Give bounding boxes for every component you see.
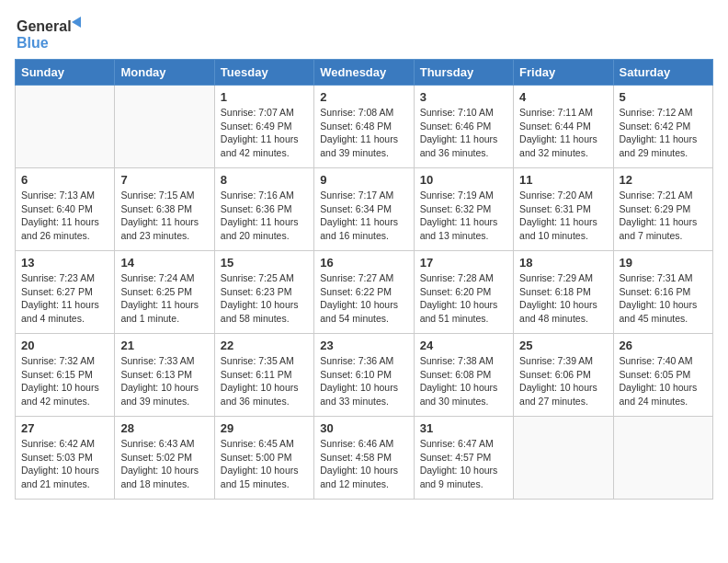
day-detail: Sunrise: 7:40 AM Sunset: 6:05 PM Dayligh… xyxy=(620,354,707,408)
day-detail: Sunrise: 6:45 AM Sunset: 5:00 PM Dayligh… xyxy=(221,437,308,491)
week-row-3: 13Sunrise: 7:23 AM Sunset: 6:27 PM Dayli… xyxy=(16,251,713,334)
day-number: 23 xyxy=(320,339,407,352)
calendar-cell: 17Sunrise: 7:28 AM Sunset: 6:20 PM Dayli… xyxy=(414,251,513,334)
header-sunday: Sunday xyxy=(16,60,115,86)
svg-text:Blue: Blue xyxy=(17,35,49,51)
day-number: 8 xyxy=(221,173,308,187)
day-number: 11 xyxy=(519,173,607,187)
calendar-cell: 18Sunrise: 7:29 AM Sunset: 6:18 PM Dayli… xyxy=(514,251,613,334)
calendar-cell: 19Sunrise: 7:31 AM Sunset: 6:16 PM Dayli… xyxy=(613,251,712,334)
day-number: 22 xyxy=(221,339,308,352)
day-detail: Sunrise: 7:25 AM Sunset: 6:23 PM Dayligh… xyxy=(221,271,308,326)
calendar-cell: 25Sunrise: 7:39 AM Sunset: 6:06 PM Dayli… xyxy=(514,334,613,417)
day-number: 19 xyxy=(620,256,707,270)
logo: GeneralBlue xyxy=(15,15,88,52)
calendar-cell xyxy=(514,417,613,500)
day-number: 17 xyxy=(420,256,507,270)
day-number: 24 xyxy=(420,339,507,352)
day-detail: Sunrise: 7:24 AM Sunset: 6:25 PM Dayligh… xyxy=(120,271,208,326)
day-detail: Sunrise: 7:23 AM Sunset: 6:27 PM Dayligh… xyxy=(21,271,108,326)
day-detail: Sunrise: 7:35 AM Sunset: 6:11 PM Dayligh… xyxy=(221,354,308,408)
day-number: 26 xyxy=(620,339,707,352)
day-number: 20 xyxy=(21,339,108,352)
day-detail: Sunrise: 7:07 AM Sunset: 6:49 PM Dayligh… xyxy=(221,106,308,160)
day-detail: Sunrise: 7:20 AM Sunset: 6:31 PM Dayligh… xyxy=(519,189,607,243)
day-number: 5 xyxy=(620,90,707,104)
calendar-cell: 30Sunrise: 6:46 AM Sunset: 4:58 PM Dayli… xyxy=(314,417,414,500)
day-detail: Sunrise: 7:39 AM Sunset: 6:06 PM Dayligh… xyxy=(519,354,607,408)
day-detail: Sunrise: 7:33 AM Sunset: 6:13 PM Dayligh… xyxy=(120,354,208,408)
day-number: 9 xyxy=(320,173,407,187)
day-detail: Sunrise: 7:10 AM Sunset: 6:46 PM Dayligh… xyxy=(420,106,507,160)
calendar-cell: 29Sunrise: 6:45 AM Sunset: 5:00 PM Dayli… xyxy=(214,417,313,500)
calendar-cell: 10Sunrise: 7:19 AM Sunset: 6:32 PM Dayli… xyxy=(414,168,513,251)
day-number: 30 xyxy=(320,421,407,435)
week-row-4: 20Sunrise: 7:32 AM Sunset: 6:15 PM Dayli… xyxy=(16,334,713,417)
logo-icon: GeneralBlue xyxy=(15,15,88,52)
header-friday: Friday xyxy=(514,60,613,86)
calendar-cell: 31Sunrise: 6:47 AM Sunset: 4:57 PM Dayli… xyxy=(414,417,513,500)
calendar-cell: 20Sunrise: 7:32 AM Sunset: 6:15 PM Dayli… xyxy=(16,334,115,417)
calendar-cell: 14Sunrise: 7:24 AM Sunset: 6:25 PM Dayli… xyxy=(115,251,214,334)
calendar-cell: 8Sunrise: 7:16 AM Sunset: 6:36 PM Daylig… xyxy=(214,168,313,251)
header-wednesday: Wednesday xyxy=(314,60,414,86)
day-detail: Sunrise: 7:32 AM Sunset: 6:15 PM Dayligh… xyxy=(21,354,108,408)
day-number: 29 xyxy=(221,421,308,435)
header-monday: Monday xyxy=(115,60,214,86)
day-number: 7 xyxy=(120,173,208,187)
page-header: GeneralBlue xyxy=(15,15,713,52)
day-number: 14 xyxy=(120,256,208,270)
day-detail: Sunrise: 7:13 AM Sunset: 6:40 PM Dayligh… xyxy=(21,189,108,243)
calendar-cell: 7Sunrise: 7:15 AM Sunset: 6:38 PM Daylig… xyxy=(115,168,214,251)
week-row-2: 6Sunrise: 7:13 AM Sunset: 6:40 PM Daylig… xyxy=(16,168,713,251)
day-detail: Sunrise: 7:29 AM Sunset: 6:18 PM Dayligh… xyxy=(519,271,607,326)
calendar-cell: 5Sunrise: 7:12 AM Sunset: 6:42 PM Daylig… xyxy=(613,86,712,168)
day-number: 28 xyxy=(120,421,208,435)
day-number: 1 xyxy=(221,90,308,104)
day-detail: Sunrise: 7:27 AM Sunset: 6:22 PM Dayligh… xyxy=(320,271,407,326)
day-detail: Sunrise: 7:17 AM Sunset: 6:34 PM Dayligh… xyxy=(320,189,407,243)
day-detail: Sunrise: 7:12 AM Sunset: 6:42 PM Dayligh… xyxy=(620,106,707,160)
day-detail: Sunrise: 7:31 AM Sunset: 6:16 PM Dayligh… xyxy=(620,271,707,326)
calendar-cell: 28Sunrise: 6:43 AM Sunset: 5:02 PM Dayli… xyxy=(115,417,214,500)
svg-marker-2 xyxy=(72,17,81,28)
day-detail: Sunrise: 7:08 AM Sunset: 6:48 PM Dayligh… xyxy=(320,106,407,160)
day-number: 31 xyxy=(420,421,507,435)
calendar-cell: 6Sunrise: 7:13 AM Sunset: 6:40 PM Daylig… xyxy=(16,168,115,251)
calendar-cell: 2Sunrise: 7:08 AM Sunset: 6:48 PM Daylig… xyxy=(314,86,414,168)
day-number: 3 xyxy=(420,90,507,104)
day-detail: Sunrise: 6:47 AM Sunset: 4:57 PM Dayligh… xyxy=(420,437,507,491)
day-number: 21 xyxy=(120,339,208,352)
header-thursday: Thursday xyxy=(414,60,513,86)
day-number: 16 xyxy=(320,256,407,270)
day-detail: Sunrise: 7:36 AM Sunset: 6:10 PM Dayligh… xyxy=(320,354,407,408)
day-detail: Sunrise: 7:16 AM Sunset: 6:36 PM Dayligh… xyxy=(221,189,308,243)
calendar-cell: 22Sunrise: 7:35 AM Sunset: 6:11 PM Dayli… xyxy=(214,334,313,417)
day-detail: Sunrise: 7:11 AM Sunset: 6:44 PM Dayligh… xyxy=(519,106,607,160)
day-number: 15 xyxy=(221,256,308,270)
calendar-cell: 24Sunrise: 7:38 AM Sunset: 6:08 PM Dayli… xyxy=(414,334,513,417)
svg-text:General: General xyxy=(17,18,72,34)
day-number: 2 xyxy=(320,90,407,104)
day-number: 27 xyxy=(21,421,108,435)
calendar-cell xyxy=(613,417,712,500)
calendar-cell: 26Sunrise: 7:40 AM Sunset: 6:05 PM Dayli… xyxy=(613,334,712,417)
day-detail: Sunrise: 7:38 AM Sunset: 6:08 PM Dayligh… xyxy=(420,354,507,408)
calendar-cell xyxy=(16,86,115,168)
calendar-cell: 11Sunrise: 7:20 AM Sunset: 6:31 PM Dayli… xyxy=(514,168,613,251)
calendar-cell: 3Sunrise: 7:10 AM Sunset: 6:46 PM Daylig… xyxy=(414,86,513,168)
header-tuesday: Tuesday xyxy=(214,60,313,86)
day-number: 10 xyxy=(420,173,507,187)
day-number: 6 xyxy=(21,173,108,187)
header-saturday: Saturday xyxy=(613,60,712,86)
day-number: 25 xyxy=(519,339,607,352)
calendar-cell: 9Sunrise: 7:17 AM Sunset: 6:34 PM Daylig… xyxy=(314,168,414,251)
calendar-cell: 1Sunrise: 7:07 AM Sunset: 6:49 PM Daylig… xyxy=(214,86,313,168)
calendar-cell: 16Sunrise: 7:27 AM Sunset: 6:22 PM Dayli… xyxy=(314,251,414,334)
day-detail: Sunrise: 7:21 AM Sunset: 6:29 PM Dayligh… xyxy=(620,189,707,243)
calendar-cell: 13Sunrise: 7:23 AM Sunset: 6:27 PM Dayli… xyxy=(16,251,115,334)
day-detail: Sunrise: 7:15 AM Sunset: 6:38 PM Dayligh… xyxy=(120,189,208,243)
day-number: 12 xyxy=(620,173,707,187)
calendar-cell: 21Sunrise: 7:33 AM Sunset: 6:13 PM Dayli… xyxy=(115,334,214,417)
day-detail: Sunrise: 6:46 AM Sunset: 4:58 PM Dayligh… xyxy=(320,437,407,491)
